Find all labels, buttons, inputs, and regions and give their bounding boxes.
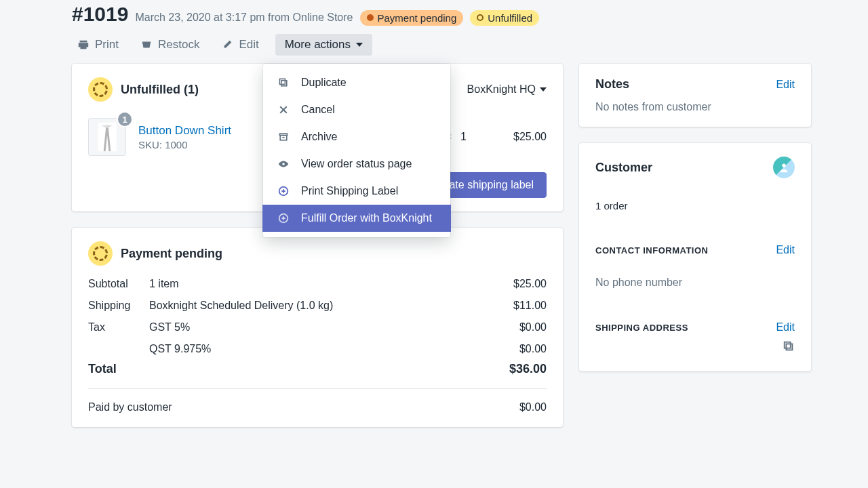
tax-label: Tax [88,321,149,333]
location-selector[interactable]: BoxKnight HQ [467,83,547,96]
duplicate-icon [277,76,290,89]
location-label: BoxKnight HQ [467,83,536,96]
svg-rect-5 [281,81,287,86]
customer-avatar[interactable] [773,157,795,178]
total-label: Total [88,362,149,376]
shipping-address-heading: SHIPPING ADDRESS [595,323,688,333]
total-amount: $36.00 [465,362,547,376]
eye-icon [277,157,290,171]
more-actions-dropdown: Duplicate Cancel Archive View order stat… [263,64,450,237]
shipping-desc: Boxknight Scheduled Delivery (1.0 kg) [149,300,465,312]
chevron-down-icon [540,87,547,92]
line-total: $25.00 [479,131,547,143]
svg-rect-3 [786,344,792,350]
unfulfilled-status-icon [88,77,113,102]
dropdown-cancel[interactable]: Cancel [263,96,450,123]
payment-pending-status-icon [88,241,113,266]
order-meta: March 23, 2020 at 3:17 pm from Online St… [135,12,353,24]
notes-title: Notes [595,77,629,92]
toolbar-label: Print [95,38,119,52]
shipping-label: Shipping [88,300,149,312]
subtotal-desc: 1 item [149,278,465,290]
svg-rect-6 [279,79,285,84]
line-qty: 1 [460,131,467,143]
toolbar-label: Edit [239,38,258,52]
shipping-amount: $11.00 [465,300,547,312]
customer-title: Customer [595,161,652,175]
tax-amount-2: $0.00 [465,343,547,355]
more-actions-button[interactable]: More actions [275,34,372,56]
tax-desc-2: QST 9.975% [149,343,465,355]
close-icon [277,103,290,117]
dropdown-label: Cancel [301,104,335,116]
fulfillment-status-badge: Unfulfilled [470,10,539,26]
tax-desc-1: GST 5% [149,321,465,333]
badge-label: Unfulfilled [488,12,532,24]
dropdown-view-status[interactable]: View order status page [263,150,450,178]
dot-icon [477,14,484,21]
svg-point-2 [782,164,785,167]
contact-edit-link[interactable]: Edit [776,244,795,256]
payment-status-badge: Payment pending [360,10,464,26]
no-phone-text: No phone number [595,277,795,289]
card-title: Unfulfilled (1) [121,83,199,97]
tax-amount-1: $0.00 [465,321,547,333]
customer-orders-count: 1 order [595,200,795,211]
shipping-edit-link[interactable]: Edit [776,321,795,333]
subtotal-amount: $25.00 [465,278,547,290]
svg-rect-4 [785,342,791,348]
archive-icon [277,130,290,144]
boxknight-icon [277,211,290,225]
notes-card: Notes Edit No notes from customer [579,64,811,127]
contact-info-heading: CONTACT INFORMATION [595,245,708,256]
boxknight-icon [277,184,290,198]
dot-icon [367,14,374,21]
toolbar-label: Restock [158,38,199,52]
restock-button[interactable]: Restock [135,34,205,56]
order-number: #1019 [72,3,128,26]
dropdown-label: Print Shipping Label [301,185,398,197]
paid-by-customer-amount: $0.00 [465,401,547,413]
chevron-down-icon [356,43,363,47]
dropdown-duplicate[interactable]: Duplicate [263,69,450,96]
dropdown-label: Archive [301,131,337,143]
dropdown-archive[interactable]: Archive [263,123,450,150]
customer-card: Customer 1 order CONTACT INFORMATION Edi… [579,143,811,371]
restock-icon [140,39,153,51]
dropdown-label: Duplicate [301,77,347,89]
pencil-icon [221,39,233,51]
payment-card: Payment pending Subtotal 1 item $25.00 S… [72,228,563,427]
notes-empty-text: No notes from customer [595,101,795,113]
dropdown-fulfill-boxknight[interactable]: Fulfill Order with BoxKnight [262,205,451,232]
print-button[interactable]: Print [72,34,124,56]
copy-address-button[interactable] [595,340,795,352]
qty-badge: 1 [117,111,133,127]
print-icon [77,39,90,51]
dropdown-label: Fulfill Order with BoxKnight [301,212,432,224]
paid-by-customer-label: Paid by customer [88,401,465,413]
badge-label: Payment pending [378,12,457,24]
notes-edit-link[interactable]: Edit [776,79,795,91]
toolbar-label: More actions [285,38,351,52]
subtotal-label: Subtotal [88,278,149,290]
card-title: Payment pending [121,247,222,261]
dropdown-label: View order status page [301,158,412,170]
edit-button[interactable]: Edit [216,34,264,56]
dropdown-print-label[interactable]: Print Shipping Label [263,178,450,205]
